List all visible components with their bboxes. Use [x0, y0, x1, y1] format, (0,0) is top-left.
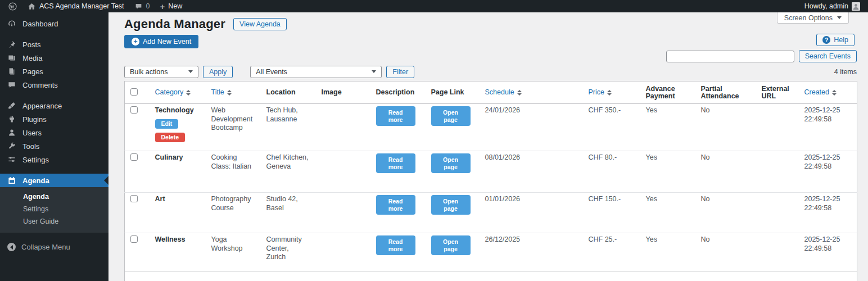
sidebar-item-label: Pages: [22, 67, 43, 76]
delete-button[interactable]: Delete: [155, 133, 186, 142]
cell-description: Read more: [370, 151, 426, 193]
screen-options-button[interactable]: Screen Options: [777, 12, 849, 24]
events-table: CategoryTitleLocationImageDescriptionPag…: [124, 81, 857, 281]
search-events-button[interactable]: Search Events: [799, 50, 857, 62]
new-content-button[interactable]: + New: [160, 2, 183, 11]
submenu-item-user-guide[interactable]: User Guide: [0, 215, 108, 228]
items-count: 4 items: [834, 68, 857, 76]
read-more-button[interactable]: Read more: [376, 195, 415, 215]
sidebar-item-settings[interactable]: Settings: [0, 153, 108, 166]
sidebar-item-dashboard[interactable]: Dashboard: [0, 17, 108, 30]
bulk-actions-select[interactable]: Bulk actions: [124, 66, 198, 78]
category-value: Wellness: [155, 235, 186, 243]
cell-partial-attendance: No: [695, 104, 756, 151]
row-checkbox[interactable]: [130, 106, 138, 114]
add-new-event-label: Add New Event: [143, 38, 191, 46]
sort-link-schedule[interactable]: Schedule: [485, 88, 514, 96]
sidebar-item-comments[interactable]: Comments: [0, 78, 108, 92]
apply-button[interactable]: Apply: [203, 66, 233, 78]
sidebar-item-label: Plugins: [22, 115, 47, 124]
row-checkbox[interactable]: [130, 195, 138, 202]
sort-link-category[interactable]: Category: [155, 88, 184, 96]
view-agenda-button[interactable]: View Agenda: [233, 18, 287, 30]
search-input[interactable]: [666, 51, 794, 62]
sidebar-item-agenda[interactable]: Agenda: [0, 174, 108, 187]
add-row: + Add New Event: [124, 35, 857, 48]
menu-separator: [0, 30, 108, 38]
row-checkbox[interactable]: [130, 235, 138, 243]
cell-description: Read more: [370, 233, 426, 271]
help-button[interactable]: ? Help: [816, 34, 855, 46]
column-header-created: Created: [799, 81, 857, 104]
collapse-menu-button[interactable]: Collapse Menu: [0, 240, 108, 254]
menu-separator: [0, 166, 108, 174]
admin-bar-right: Howdy, admin: [804, 2, 860, 11]
cell-external-url: [756, 104, 799, 151]
open-page-button[interactable]: Open page: [431, 106, 471, 126]
sidebar-item-pages[interactable]: Pages: [0, 65, 108, 78]
toolbar: Bulk actions Apply All Events Filter 4 i…: [124, 65, 857, 78]
cell-created: 2025-12-25 22:49:58: [799, 193, 857, 233]
comments-menu-button[interactable]: 0: [134, 2, 150, 11]
admin-sidebar: DashboardPostsMediaPagesCommentsAppearan…: [0, 12, 108, 281]
account-menu-button[interactable]: Howdy, admin: [804, 2, 860, 11]
sidebar-item-appearance[interactable]: Appearance: [0, 99, 108, 112]
sidebar-item-posts[interactable]: Posts: [0, 38, 108, 51]
cell-external-url: [756, 233, 799, 271]
sort-link-created[interactable]: Created: [804, 88, 829, 96]
search-row: Search Events: [124, 50, 857, 62]
row-checkbox[interactable]: [130, 153, 138, 161]
sidebar-item-plugins[interactable]: Plugins: [0, 112, 108, 126]
cell-image: [316, 233, 370, 271]
site-name: ACS Agenda Manager Test: [39, 2, 124, 10]
screen-options-label: Screen Options: [784, 14, 833, 22]
active-menu-arrow: [100, 176, 108, 185]
sidebar-item-label: Agenda: [22, 176, 49, 185]
question-icon: ?: [822, 36, 830, 44]
select-all-checkbox[interactable]: [130, 88, 138, 96]
cell-external-url: [756, 151, 799, 193]
submenu-item-agenda[interactable]: Agenda: [0, 191, 108, 203]
cell-location: Community Center, Zurich: [261, 233, 316, 271]
column-header-page-link: Page Link: [426, 271, 480, 281]
open-page-button[interactable]: Open page: [431, 235, 471, 255]
edit-button[interactable]: Edit: [155, 119, 179, 129]
read-more-button[interactable]: Read more: [376, 106, 415, 126]
wordpress-logo-button[interactable]: [8, 2, 17, 11]
category-value: Culinary: [155, 153, 183, 161]
submenu-item-settings[interactable]: Settings: [0, 203, 108, 215]
cell-partial-attendance: No: [695, 233, 756, 271]
category-value: Art: [155, 195, 165, 203]
event-filter-select[interactable]: All Events: [250, 66, 382, 78]
sort-arrows-icon: [227, 90, 232, 96]
table-footer: CategoryTitleLocationImageDescriptionPag…: [125, 271, 857, 281]
admin-bar-left: ACS Agenda Manager Test 0 + New: [8, 2, 182, 11]
column-header-schedule: Schedule: [480, 271, 583, 281]
read-more-button[interactable]: Read more: [376, 235, 415, 255]
open-page-button[interactable]: Open page: [431, 153, 471, 173]
column-header-description: Description: [370, 81, 426, 104]
table-header: CategoryTitleLocationImageDescriptionPag…: [125, 81, 857, 104]
add-new-event-button[interactable]: + Add New Event: [124, 35, 198, 48]
sidebar-item-tools[interactable]: Tools: [0, 139, 108, 153]
cell-checkbox: [125, 104, 150, 151]
open-page-button[interactable]: Open page: [431, 195, 471, 215]
read-more-button[interactable]: Read more: [376, 153, 415, 173]
sort-link-title[interactable]: Title: [211, 88, 224, 96]
cell-page-link: Open page: [426, 233, 480, 271]
cell-checkbox: [125, 193, 150, 233]
site-menu-button[interactable]: ACS Agenda Manager Test: [28, 2, 124, 11]
filter-button[interactable]: Filter: [386, 66, 414, 78]
cell-location: Chef Kitchen, Geneva: [261, 151, 316, 193]
sliders-icon: [7, 155, 16, 164]
column-header-image: Image: [316, 271, 370, 281]
sidebar-item-media[interactable]: Media: [0, 51, 108, 65]
sort-arrows-icon: [607, 90, 612, 96]
cell-price: CHF 80.-: [583, 151, 640, 193]
brush-icon: [7, 101, 16, 110]
admin-bar: ACS Agenda Manager Test 0 + New Howdy, a…: [0, 0, 868, 12]
cell-partial-attendance: No: [695, 193, 756, 233]
sidebar-item-users[interactable]: Users: [0, 126, 108, 139]
column-header-schedule: Schedule: [480, 81, 583, 104]
sort-link-price[interactable]: Price: [589, 88, 604, 96]
